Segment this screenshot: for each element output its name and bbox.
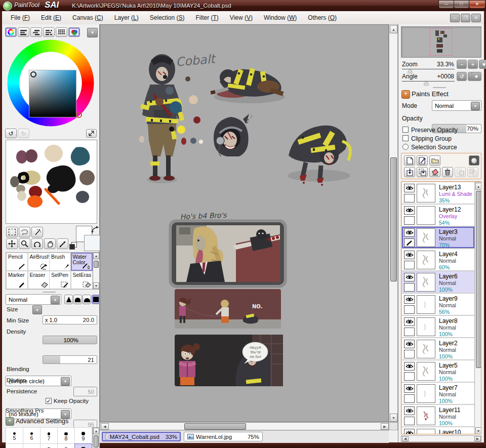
- lasso-tool-button[interactable]: [19, 227, 30, 237]
- magic-wand-tool-button[interactable]: [31, 227, 43, 237]
- layer-hscroll-left-icon[interactable]: ◀: [402, 436, 409, 441]
- layer-lock-toggle[interactable]: [404, 261, 415, 269]
- layer-mode-dropdown[interactable]: Normal ▼: [432, 100, 481, 111]
- paints-effect-expand-button[interactable]: +: [401, 90, 410, 99]
- brush-size-7[interactable]: 7: [40, 427, 58, 444]
- canvas-vertical-scrollbar[interactable]: ▲ ▼: [389, 24, 398, 422]
- layer-thumbnail[interactable]: [417, 206, 435, 225]
- layer-visibility-toggle[interactable]: [404, 317, 415, 326]
- title-bar[interactable]: PaintTool SAI K:\Artwork\JPEGS\'Nuka Art…: [0, 0, 486, 12]
- layer-row-layer2[interactable]: Layer2Normal100%: [402, 338, 474, 360]
- document-minimize-button[interactable]: ─: [450, 14, 460, 22]
- brush-size-6[interactable]: 6: [23, 427, 40, 444]
- color-panel-menu-button[interactable]: ▼: [87, 28, 98, 37]
- canvas-scroll-up-icon[interactable]: ▲: [390, 25, 397, 33]
- merge-down-button[interactable]: [417, 167, 428, 177]
- scratchpad-tab-button[interactable]: [68, 27, 80, 37]
- layer-thumbnail[interactable]: [417, 317, 435, 336]
- tool-water-color[interactable]: Water Color: [71, 253, 93, 271]
- layer-row-layer11[interactable]: Layer11Normal100%: [402, 405, 474, 427]
- brush-tip-spike-button[interactable]: [64, 295, 73, 304]
- canvas-viewport[interactable]: Cobalt: [100, 24, 389, 422]
- layer-list-scrollbar[interactable]: ▲ ▼: [474, 182, 481, 434]
- zoom-slider-handle[interactable]: [408, 69, 413, 73]
- layer-thumbnail[interactable]: [417, 362, 435, 381]
- zoom-in-button[interactable]: +: [468, 60, 478, 69]
- layer-lock-toggle[interactable]: [404, 417, 415, 425]
- layer-row-layer5[interactable]: Layer5Normal100%: [402, 360, 474, 383]
- navigator-view-rect[interactable]: [430, 28, 452, 56]
- document-close-button[interactable]: ✕: [471, 14, 481, 22]
- angle-reset-button[interactable]: ■: [471, 72, 481, 81]
- canvas-vscroll-thumb[interactable]: [390, 157, 397, 281]
- canvas-hscroll-thumb[interactable]: [184, 423, 246, 430]
- rotate-ccw-button[interactable]: ↺: [457, 72, 467, 81]
- window-close-button[interactable]: ✕: [469, 0, 485, 9]
- layer-visibility-toggle[interactable]: [404, 406, 415, 415]
- menu-view[interactable]: View (V): [224, 12, 258, 24]
- swatches-tab-button[interactable]: [56, 27, 67, 37]
- layer-visibility-toggle[interactable]: [404, 251, 415, 259]
- delete-layer-button[interactable]: [442, 167, 453, 177]
- layer-row-layer8[interactable]: Layer8Normal100%: [402, 316, 474, 338]
- navigator-preview[interactable]: [401, 26, 481, 58]
- size-value-box[interactable]: x 1.0 20.0: [43, 315, 97, 324]
- canvas-scroll-right-icon[interactable]: ▶: [381, 423, 389, 430]
- paint-mode-dropdown-button[interactable]: ▼: [51, 296, 60, 304]
- layer-thumbnail[interactable]: [417, 251, 435, 269]
- menu-file[interactable]: File (F): [5, 12, 35, 24]
- layer-scroll-up-icon[interactable]: ▲: [475, 183, 481, 190]
- tool-seleras[interactable]: SelEras: [71, 271, 93, 289]
- layer-hscroll-right-icon[interactable]: ▶: [474, 436, 481, 441]
- zoom-reset-button[interactable]: ■: [479, 60, 486, 69]
- rgb-slider-tab-button[interactable]: [18, 27, 29, 37]
- size-grid-scroll-thumb[interactable]: [94, 435, 99, 447]
- menu-selection[interactable]: Selection (S): [144, 12, 190, 24]
- document-tab-warrenlol-jpg[interactable]: WarrenLol.jpg75%: [184, 432, 263, 441]
- layer-lock-toggle[interactable]: [404, 394, 415, 403]
- layer-row-layer6[interactable]: Layer6Normal100%: [402, 271, 474, 294]
- layer-visibility-toggle[interactable]: [404, 429, 415, 434]
- layer-row-layer10[interactable]: Layer10Normal100%: [402, 427, 474, 434]
- background-color-swatch[interactable]: [84, 235, 100, 251]
- hand-tool-button[interactable]: [44, 238, 56, 249]
- section-divider[interactable]: [43, 292, 56, 293]
- default-colors-icon[interactable]: [69, 242, 76, 249]
- transfer-down-button[interactable]: [404, 167, 415, 177]
- min-size-slider[interactable]: 100%: [43, 336, 97, 344]
- layer-visibility-toggle[interactable]: [404, 206, 415, 215]
- tool-selpen[interactable]: SelPen: [49, 271, 71, 289]
- layer-thumbnail[interactable]: [417, 406, 435, 425]
- layer-lock-toggle[interactable]: [404, 216, 415, 225]
- layer-mask-button[interactable]: [469, 155, 479, 166]
- brush-tip-dome1-button[interactable]: [73, 295, 82, 304]
- select-from-layer-button[interactable]: [455, 167, 466, 177]
- scratchpad-undo-button[interactable]: ↺: [5, 129, 17, 138]
- layer-list-hscrollbar[interactable]: ◀ ▶: [401, 435, 481, 442]
- layer-lock-toggle[interactable]: [404, 305, 415, 314]
- layer-thumbnail[interactable]: [417, 273, 435, 292]
- new-linework-layer-button[interactable]: [417, 155, 428, 166]
- color-slider-tab-button[interactable]: [43, 27, 55, 37]
- brush-shape-dropdown-button[interactable]: ▼: [61, 377, 70, 386]
- layer-lock-toggle[interactable]: [404, 350, 415, 358]
- window-minimize-button[interactable]: ─: [438, 0, 454, 9]
- layer-row-layer3[interactable]: Layer3Normal70%: [402, 227, 474, 249]
- brush-tip-dome2-button[interactable]: [83, 295, 91, 304]
- menu-window[interactable]: Window (W): [258, 12, 302, 24]
- layer-row-layer13[interactable]: Layer13Lumi & Shade35%: [402, 182, 474, 205]
- layer-lock-toggle[interactable]: [404, 283, 415, 292]
- size-grid-scroll-up-icon[interactable]: ▲: [93, 428, 99, 434]
- menu-layer[interactable]: Layer (L): [109, 12, 144, 24]
- tool-grid-scroll-down-icon[interactable]: ▼: [93, 282, 99, 289]
- menu-others[interactable]: Others (O): [302, 12, 342, 24]
- move-tool-button[interactable]: [6, 238, 18, 249]
- layer-thumbnail[interactable]: [417, 184, 435, 202]
- document-restore-button[interactable]: ❐: [461, 14, 470, 22]
- clipping-group-checkbox[interactable]: [402, 135, 409, 141]
- size-unit-dropdown-button[interactable]: ▼: [32, 305, 42, 314]
- tool-airbrush[interactable]: AirBrush: [28, 253, 50, 271]
- layer-row-layer9[interactable]: Layer9Normal56%: [402, 294, 474, 316]
- layer-row-layer4[interactable]: Layer4Normal60%: [402, 249, 474, 271]
- layer-row-layer12[interactable]: Layer12Overlay54%: [402, 205, 474, 227]
